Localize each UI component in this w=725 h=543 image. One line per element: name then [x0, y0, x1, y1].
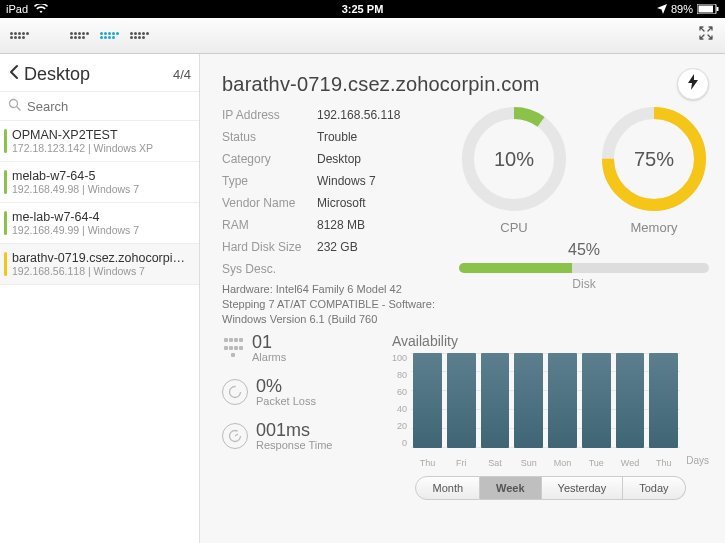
device-name: me-lab-w7-64-4: [12, 210, 191, 224]
device-meta: 172.18.123.142 | Windows XP: [12, 142, 191, 154]
prop-key: Hard Disk Size: [222, 240, 317, 254]
disk-usage: 45% Disk: [459, 241, 709, 291]
battery-label: 89%: [671, 3, 693, 15]
prop-key: Vendor Name: [222, 196, 317, 210]
action-button[interactable]: [677, 68, 709, 100]
svg-rect-2: [717, 7, 719, 11]
x-tick: Fri: [447, 458, 476, 468]
alarm-icon: [222, 337, 244, 359]
prop-value: 192.168.56.118: [317, 108, 441, 122]
list-item[interactable]: me-lab-w7-64-4192.168.49.99 | Windows 7: [0, 203, 199, 244]
view-grid-icon-active[interactable]: [100, 27, 120, 45]
properties: IP Address192.168.56.118 StatusTrouble C…: [222, 104, 441, 327]
list-item[interactable]: melab-w7-64-5192.168.49.98 | Windows 7: [0, 162, 199, 203]
prop-key: Status: [222, 130, 317, 144]
chart-bar: [548, 353, 577, 448]
view-grid-icon-2[interactable]: [70, 27, 90, 45]
packet-label: Packet Loss: [256, 395, 316, 407]
chart-bar: [413, 353, 442, 448]
cpu-value: 10%: [459, 104, 569, 214]
prop-value: Microsoft: [317, 196, 441, 210]
list-item[interactable]: OPMAN-XP2TEST172.18.123.142 | Windows XP: [0, 121, 199, 162]
x-tick: Mon: [548, 458, 577, 468]
prop-value: Trouble: [317, 130, 441, 144]
list-item[interactable]: barathv-0719.csez.zohocorpin.com192.168.…: [0, 244, 199, 285]
response-time-icon: [222, 423, 248, 449]
device-name: barathv-0719.csez.zohocorpin.com: [12, 251, 191, 265]
svg-point-3: [10, 100, 18, 108]
chart-bar: [616, 353, 645, 448]
chart-bar: [447, 353, 476, 448]
clock: 3:25 PM: [244, 3, 482, 15]
packet-loss-icon: [222, 379, 248, 405]
cpu-label: CPU: [459, 220, 569, 235]
range-month[interactable]: Month: [415, 476, 480, 500]
svg-point-8: [230, 386, 241, 397]
prop-value: Desktop: [317, 152, 441, 166]
chart-title: Availability: [392, 333, 709, 349]
chart-bar: [582, 353, 611, 448]
collapse-icon[interactable]: [697, 24, 715, 47]
x-tick: Tue: [582, 458, 611, 468]
chart-bar: [481, 353, 510, 448]
packet-value: 0%: [256, 377, 316, 395]
sidebar-title: Desktop: [24, 64, 173, 85]
device-name: melab-w7-64-5: [12, 169, 191, 183]
range-today[interactable]: Today: [623, 476, 685, 500]
alarms-label: Alarms: [252, 351, 286, 363]
x-tick: Thu: [649, 458, 678, 468]
chart-bar: [514, 353, 543, 448]
device-meta: 192.168.56.118 | Windows 7: [12, 265, 191, 277]
stats: 01Alarms 0%Packet Loss 001msResponse Tim…: [222, 333, 372, 500]
prop-value: 232 GB: [317, 240, 441, 254]
device-list: OPMAN-XP2TEST172.18.123.142 | Windows XP…: [0, 121, 199, 285]
sidebar: Desktop 4/4 OPMAN-XP2TEST172.18.123.142 …: [0, 54, 200, 543]
memory-gauge: 75% Memory: [599, 104, 709, 235]
svg-rect-1: [699, 6, 714, 13]
prop-key: IP Address: [222, 108, 317, 122]
prop-value: Windows 7: [317, 174, 441, 188]
wifi-icon: [34, 4, 48, 14]
view-grid-icon-3[interactable]: [130, 27, 150, 45]
range-yesterday[interactable]: Yesterday: [542, 476, 624, 500]
resp-label: Response Time: [256, 439, 332, 451]
sidebar-count: 4/4: [173, 67, 191, 82]
toolbar: [0, 18, 725, 54]
host-name: barathv-0719.csez.zohocorpin.com: [222, 73, 677, 96]
resp-value: 001ms: [256, 421, 332, 439]
prop-value: 8128 MB: [317, 218, 441, 232]
device-meta: 192.168.49.99 | Windows 7: [12, 224, 191, 236]
chart-bar: [649, 353, 678, 448]
alarms-value: 01: [252, 333, 286, 351]
search-icon: [8, 98, 21, 114]
x-tick: Wed: [616, 458, 645, 468]
disk-value: 45%: [459, 241, 709, 259]
memory-value: 75%: [599, 104, 709, 214]
disk-label: Disk: [459, 277, 709, 291]
device-meta: 192.168.49.98 | Windows 7: [12, 183, 191, 195]
main-panel: barathv-0719.csez.zohocorpin.com IP Addr…: [200, 54, 725, 543]
x-axis-label: Days: [686, 455, 709, 468]
range-week[interactable]: Week: [480, 476, 542, 500]
availability-chart: Availability 100806040200 ThuFriSatSunMo…: [392, 333, 709, 500]
bolt-icon: [687, 74, 699, 94]
view-grid-icon-1[interactable]: [10, 27, 30, 45]
device-name: OPMAN-XP2TEST: [12, 128, 191, 142]
search-input[interactable]: [27, 99, 195, 114]
prop-key: RAM: [222, 218, 317, 232]
sys-desc: Hardware: Intel64 Family 6 Model 42 Step…: [222, 282, 441, 327]
location-icon: [657, 4, 667, 14]
x-tick: Sun: [514, 458, 543, 468]
status-bar: iPad 3:25 PM 89%: [0, 0, 725, 18]
back-icon[interactable]: [8, 64, 20, 85]
prop-key: Sys Desc.: [222, 262, 317, 276]
memory-label: Memory: [599, 220, 709, 235]
battery-icon: [697, 4, 719, 14]
prop-key: Category: [222, 152, 317, 166]
cpu-gauge: 10% CPU: [459, 104, 569, 235]
range-selector: MonthWeekYesterdayToday: [392, 476, 709, 500]
x-tick: Sat: [481, 458, 510, 468]
device-label: iPad: [6, 3, 28, 15]
prop-key: Type: [222, 174, 317, 188]
x-tick: Thu: [413, 458, 442, 468]
